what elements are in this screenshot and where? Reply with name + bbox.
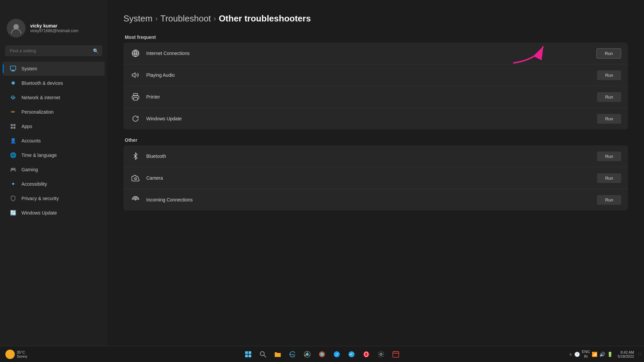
incoming-ts-run-button[interactable]: Run — [597, 195, 621, 205]
weather-text: 35°C Sunny — [17, 350, 27, 358]
sidebar-item-time[interactable]: 🌐 Time & language — [3, 148, 105, 162]
svg-rect-35 — [393, 352, 399, 357]
winupdate-icon — [130, 113, 141, 124]
camera-ts-name: Camera — [146, 175, 592, 181]
avatar — [7, 19, 25, 38]
sidebar-item-time-label: Time & language — [21, 153, 57, 158]
svg-marker-9 — [132, 73, 135, 77]
sidebar-item-accessibility[interactable]: ✦ Accessibility — [3, 177, 105, 191]
winupdate-run-button[interactable]: Run — [597, 114, 621, 124]
nav-list: System ✱ Bluetooth & devices Network & i… — [0, 61, 107, 349]
camera-icon — [130, 173, 141, 183]
edge-button[interactable] — [286, 348, 299, 361]
svg-rect-16 — [245, 351, 248, 354]
sidebar-item-apps[interactable]: Apps — [3, 119, 105, 133]
svg-line-26 — [309, 355, 310, 356]
file-explorer-button[interactable] — [271, 348, 284, 361]
svg-rect-17 — [249, 351, 251, 354]
apps-icon — [9, 123, 17, 130]
svg-point-29 — [320, 353, 324, 356]
sidebar-item-system-label: System — [21, 66, 37, 71]
user-info: vicky kumar vicky971686@hotmail.com — [30, 23, 78, 33]
user-email: vicky971686@hotmail.com — [30, 28, 78, 33]
twitter-button[interactable] — [330, 348, 343, 361]
sidebar-item-privacy[interactable]: Privacy & security — [3, 191, 105, 205]
audio-name: Playing Audio — [146, 72, 592, 78]
breadcrumb-troubleshoot[interactable]: Troubleshoot — [160, 13, 211, 24]
show-desktop-button[interactable]: | — [639, 352, 641, 356]
network-icon — [9, 94, 17, 101]
incoming-ts-name: Incoming Connections — [146, 197, 592, 202]
other-list: Bluetooth Run Camera Run — [123, 145, 628, 210]
time-icon: 🌐 — [9, 152, 17, 159]
clock[interactable]: 8:42 AM 5/18/2022 — [615, 350, 637, 358]
svg-point-24 — [306, 353, 309, 356]
tray-clock-icon: 🕐 — [574, 352, 580, 357]
main-content: System › Troubleshoot › Other troublesho… — [107, 0, 644, 349]
breadcrumb-system[interactable]: System — [123, 13, 153, 24]
audio-icon — [130, 70, 141, 80]
search-input[interactable] — [5, 46, 102, 56]
bluetooth-ts-name: Bluetooth — [146, 154, 592, 159]
settings-window: vicky kumar vicky971686@hotmail.com 🔍 Sy… — [0, 0, 644, 349]
list-item: Camera Run — [123, 167, 628, 189]
svg-point-13 — [135, 199, 136, 200]
svg-line-21 — [264, 355, 266, 357]
taskbar-center — [241, 348, 402, 361]
printer-name: Printer — [146, 94, 592, 100]
system-tray: ∧ 🕐 ENG IN 📶 🔊 🔋 8:42 AM 5/18/2022 | — [569, 350, 641, 358]
search-icon: 🔍 — [93, 48, 99, 54]
privacy-icon — [9, 195, 17, 202]
other-title: Other — [123, 137, 628, 143]
sidebar-item-apps-label: Apps — [21, 124, 32, 129]
search-box[interactable]: 🔍 — [5, 46, 102, 56]
sidebar-item-update-label: Windows Update — [21, 210, 57, 216]
tray-lang: ENG IN — [582, 350, 590, 358]
weather-desc: Sunny — [17, 354, 27, 358]
accessibility-icon: ✦ — [9, 180, 17, 188]
sidebar-item-update[interactable]: 🔄 Windows Update — [3, 206, 105, 220]
sidebar-item-gaming[interactable]: 🎮 Gaming — [3, 163, 105, 177]
sidebar-item-personalization-label: Personalization — [21, 109, 54, 115]
sidebar-item-network-label: Network & internet — [21, 95, 60, 100]
svg-point-15 — [8, 352, 12, 357]
audio-run-button[interactable]: Run — [597, 70, 621, 80]
user-name: vicky kumar — [30, 23, 78, 28]
wifi-icon: 📶 — [592, 352, 597, 357]
list-item: Bluetooth Run — [123, 145, 628, 167]
svg-rect-6 — [13, 124, 15, 126]
start-button[interactable] — [241, 348, 255, 361]
sidebar-item-network[interactable]: Network & internet — [3, 90, 105, 105]
sidebar-item-bluetooth-label: Bluetooth & devices — [21, 80, 63, 86]
internet-name: Internet Connections — [146, 51, 591, 56]
opera-button[interactable] — [360, 348, 373, 361]
breadcrumb-sep-1: › — [155, 14, 158, 23]
firefox-button[interactable] — [315, 348, 329, 361]
sidebar: vicky kumar vicky971686@hotmail.com 🔍 Sy… — [0, 0, 107, 349]
bluetooth-ts-run-button[interactable]: Run — [597, 152, 621, 161]
internet-run-button[interactable]: Run — [596, 48, 621, 59]
sidebar-item-gaming-label: Gaming — [21, 167, 38, 172]
sidebar-item-bluetooth[interactable]: ✱ Bluetooth & devices — [3, 76, 105, 90]
taskbar-calendar-button[interactable] — [389, 348, 402, 361]
printer-run-button[interactable]: Run — [597, 92, 621, 102]
camera-ts-run-button[interactable]: Run — [597, 173, 621, 183]
tray-chevron[interactable]: ∧ — [569, 352, 572, 357]
printer-icon — [130, 92, 141, 102]
chrome-button[interactable] — [301, 348, 314, 361]
taskbar-right: ∧ 🕐 ENG IN 📶 🔊 🔋 8:42 AM 5/18/2022 | — [569, 350, 641, 358]
taskbar-left: 35°C Sunny — [3, 348, 30, 360]
taskbar-search-button[interactable] — [256, 348, 270, 361]
bluetooth-icon: ✱ — [9, 79, 17, 87]
sidebar-item-accounts[interactable]: 👤 Accounts — [3, 134, 105, 148]
breadcrumb: System › Troubleshoot › Other troublesho… — [123, 13, 628, 24]
sidebar-item-personalization[interactable]: ✏ Personalization — [3, 105, 105, 119]
sidebar-item-accessibility-label: Accessibility — [21, 181, 47, 187]
accounts-icon: 👤 — [9, 137, 17, 144]
telegram-button[interactable] — [345, 348, 358, 361]
sidebar-item-system[interactable]: System — [3, 62, 105, 76]
list-item: Incoming Connections Run — [123, 189, 628, 210]
taskbar-settings-button[interactable] — [374, 348, 388, 361]
svg-rect-10 — [133, 94, 138, 96]
weather-widget[interactable]: 35°C Sunny — [3, 348, 30, 360]
